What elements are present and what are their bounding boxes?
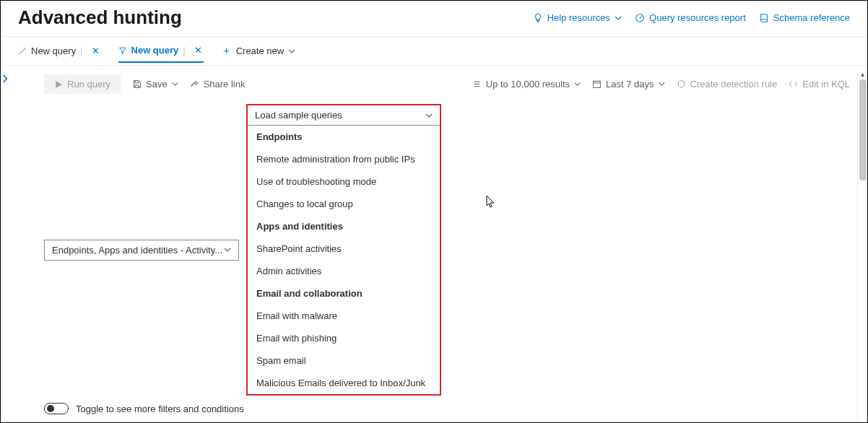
time-range-button[interactable]: Last 7 days (592, 79, 665, 90)
sample-queries-dropdown: Load sample queries EndpointsRemote admi… (246, 104, 441, 396)
sample-queries-list: EndpointsRemote administration from publ… (248, 126, 440, 394)
dropdown-item[interactable]: Admin activities (248, 260, 440, 282)
content-area: Run query Save Share link Up to 10,000 r… (1, 66, 867, 423)
dropdown-item[interactable]: Email with phishing (248, 327, 440, 349)
toggle-row: Toggle to see more filters and condition… (44, 403, 850, 414)
code-icon (789, 79, 798, 89)
lightbulb-icon (533, 13, 543, 23)
edit-kql-button[interactable]: Edit in KQL (789, 79, 850, 90)
tab-new-query-2[interactable]: New query | ✕ (118, 45, 204, 63)
chevron-down-icon (574, 81, 581, 87)
dropdown-group-header: Email and collaboration (248, 282, 440, 305)
scope-label: Endpoints, Apps and identities - Activit… (52, 245, 222, 256)
scope-dropdown[interactable]: Endpoints, Apps and identities - Activit… (44, 240, 239, 261)
schema-label: Schema reference (773, 12, 850, 23)
main-panel: Run query Save Share link Up to 10,000 r… (37, 66, 867, 423)
sample-queries-trigger[interactable]: Load sample queries (248, 105, 440, 126)
plus-icon: ＋ (221, 44, 232, 58)
detect-label: Create detection rule (690, 79, 778, 90)
share-icon (190, 79, 199, 89)
create-label: Create new (236, 45, 284, 56)
save-label: Save (146, 79, 168, 90)
more-filters-toggle[interactable] (44, 403, 69, 414)
dropdown-group-header: Apps and identities (248, 215, 440, 237)
dropdown-item[interactable]: SharePoint activities (248, 237, 440, 260)
chevron-right-icon[interactable] (1, 74, 37, 83)
book-icon (759, 13, 769, 23)
scroll-up-icon[interactable]: ▴ (858, 70, 867, 78)
dropdown-item[interactable]: Remote administration from public IPs (248, 148, 440, 170)
meter-icon (635, 13, 645, 23)
page-title: Advanced hunting (18, 6, 182, 29)
filter-icon (118, 46, 127, 55)
chevron-down-icon (425, 112, 433, 119)
help-resources-link[interactable]: Help resources (533, 12, 622, 23)
create-new-button[interactable]: ＋ Create new (221, 44, 295, 64)
page-header: Advanced hunting Help resources Query re… (1, 1, 867, 37)
save-icon (132, 79, 142, 89)
calendar-icon (592, 79, 602, 89)
time-label: Last 7 days (606, 79, 654, 90)
share-label: Share link (204, 79, 246, 90)
header-links: Help resources Query resources report Sc… (533, 12, 850, 23)
close-icon[interactable]: ✕ (90, 45, 101, 56)
scope-row: Endpoints, Apps and identities - Activit… (44, 104, 850, 396)
tab-strip: New query | ✕ New query | ✕ ＋ Create new (1, 37, 867, 66)
shield-icon (677, 79, 686, 89)
tab-label: New query (131, 45, 179, 56)
dropdown-item[interactable]: Spam email (248, 349, 440, 372)
play-icon (54, 80, 63, 89)
chevron-down-icon (615, 14, 622, 22)
dropdown-item[interactable]: Malicious Emails delivered to Inbox/Junk (248, 372, 440, 394)
results-limit-button[interactable]: Up to 10,000 results (472, 79, 581, 90)
tab-sep: | (80, 45, 82, 56)
wand-icon (18, 47, 27, 56)
report-label: Query resources report (649, 12, 746, 23)
scrollbar-thumb[interactable] (859, 79, 867, 180)
dropdown-group-header: Endpoints (248, 126, 440, 148)
tab-new-query-1[interactable]: New query | ✕ (18, 45, 101, 62)
query-resources-report-link[interactable]: Query resources report (635, 12, 746, 23)
dropdown-item[interactable]: Email with malware (248, 305, 440, 327)
run-query-button[interactable]: Run query (44, 74, 121, 94)
dropdown-item[interactable]: Changes to local group (248, 193, 440, 215)
help-label: Help resources (547, 12, 610, 23)
kql-label: Edit in KQL (802, 79, 850, 90)
dropdown-item[interactable]: Use of troubleshooting mode (248, 170, 440, 193)
schema-reference-link[interactable]: Schema reference (759, 12, 850, 23)
query-toolbar: Run query Save Share link Up to 10,000 r… (44, 74, 850, 94)
chevron-down-icon (659, 81, 665, 87)
list-icon (472, 79, 482, 89)
scrollbar-track[interactable]: ▴ (857, 70, 867, 422)
tab-label: New query (31, 45, 76, 56)
chevron-down-icon (288, 48, 295, 55)
create-detection-button[interactable]: Create detection rule (677, 79, 778, 90)
chevron-down-icon (172, 81, 178, 87)
svg-rect-1 (594, 81, 601, 87)
save-button[interactable]: Save (132, 79, 178, 90)
sample-title: Load sample queries (255, 110, 342, 121)
close-icon[interactable]: ✕ (193, 45, 204, 56)
run-label: Run query (67, 79, 110, 90)
share-link-button[interactable]: Share link (190, 79, 246, 90)
chevron-down-icon (224, 246, 231, 253)
sidebar-expand (1, 66, 37, 423)
toggle-label: Toggle to see more filters and condition… (76, 404, 244, 414)
toolbar-right: Up to 10,000 results Last 7 days Create … (472, 79, 850, 90)
tab-sep: | (183, 45, 185, 56)
toolbar-left: Run query Save Share link (44, 74, 245, 94)
results-label: Up to 10,000 results (486, 79, 570, 90)
